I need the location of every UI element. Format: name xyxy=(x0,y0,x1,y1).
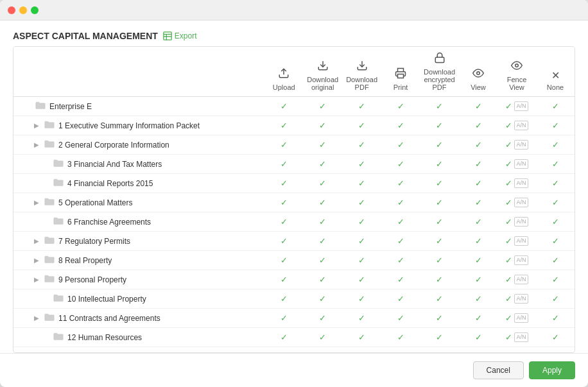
permission-cell-upload[interactable] xyxy=(264,116,303,135)
permission-cell-view[interactable] xyxy=(459,232,497,251)
permission-cell-download_pdf[interactable] xyxy=(342,212,381,232)
expand-button[interactable]: ▶ xyxy=(33,314,40,322)
permission-cell-download_pdf[interactable] xyxy=(342,155,381,174)
permission-cell-none[interactable] xyxy=(536,174,575,193)
permission-cell-none[interactable] xyxy=(536,328,575,347)
permission-cell-none[interactable] xyxy=(536,193,575,212)
permission-cell-download_original[interactable] xyxy=(303,251,342,270)
permission-cell-download_original[interactable] xyxy=(303,270,342,289)
permission-cell-view[interactable] xyxy=(459,328,497,347)
permission-cell-fence_view[interactable]: A/N xyxy=(497,251,536,270)
permission-cell-print[interactable] xyxy=(381,289,420,309)
permission-cell-none[interactable] xyxy=(536,289,575,309)
permission-cell-download_pdf[interactable] xyxy=(342,328,381,347)
permission-cell-view[interactable] xyxy=(459,251,497,270)
permission-cell-download_encrypted[interactable] xyxy=(420,155,459,174)
permission-cell-download_pdf[interactable] xyxy=(342,232,381,251)
permission-cell-print[interactable] xyxy=(381,193,420,212)
permission-cell-view[interactable] xyxy=(459,309,497,328)
permission-cell-download_pdf[interactable] xyxy=(342,193,381,212)
permission-cell-none[interactable] xyxy=(536,97,575,116)
permission-cell-none[interactable] xyxy=(536,232,575,251)
permission-cell-print[interactable] xyxy=(381,328,420,347)
permission-cell-fence_view[interactable]: A/N xyxy=(497,116,536,135)
permission-cell-download_pdf[interactable] xyxy=(342,270,381,289)
permission-cell-none[interactable] xyxy=(536,270,575,289)
permission-cell-fence_view[interactable]: A/N xyxy=(497,193,536,212)
permission-cell-view[interactable] xyxy=(459,116,497,135)
permission-cell-download_original[interactable] xyxy=(303,155,342,174)
permission-cell-fence_view[interactable]: A/N xyxy=(497,174,536,193)
permission-cell-fence_view[interactable]: A/N xyxy=(497,135,536,155)
permission-cell-print[interactable] xyxy=(381,155,420,174)
expand-button[interactable]: ▶ xyxy=(33,276,40,283)
permission-cell-none[interactable] xyxy=(536,309,575,328)
permission-cell-print[interactable] xyxy=(381,174,420,193)
permission-cell-download_encrypted[interactable] xyxy=(420,309,459,328)
permission-cell-none[interactable] xyxy=(536,135,575,155)
permission-cell-fence_view[interactable]: A/N xyxy=(497,309,536,328)
permission-cell-download_encrypted[interactable] xyxy=(420,97,459,116)
permission-cell-download_original[interactable] xyxy=(303,116,342,135)
permission-cell-view[interactable] xyxy=(459,155,497,174)
permission-cell-fence_view[interactable]: A/N xyxy=(497,155,536,174)
permission-cell-download_pdf[interactable] xyxy=(342,289,381,309)
expand-button[interactable]: ▶ xyxy=(33,199,40,206)
permission-cell-upload[interactable] xyxy=(264,155,303,174)
permission-cell-fence_view[interactable]: A/N xyxy=(497,212,536,232)
permission-cell-none[interactable] xyxy=(536,212,575,232)
expand-button[interactable]: ▶ xyxy=(33,257,40,264)
permission-cell-view[interactable] xyxy=(459,174,497,193)
permission-cell-upload[interactable] xyxy=(264,97,303,116)
permission-cell-upload[interactable] xyxy=(264,135,303,155)
permission-cell-download_original[interactable] xyxy=(303,97,342,116)
permission-cell-download_original[interactable] xyxy=(303,328,342,347)
permission-cell-print[interactable] xyxy=(381,97,420,116)
permission-cell-upload[interactable] xyxy=(264,251,303,270)
permission-cell-download_encrypted[interactable] xyxy=(420,116,459,135)
permission-cell-view[interactable] xyxy=(459,270,497,289)
permission-cell-download_original[interactable] xyxy=(303,135,342,155)
permissions-table-wrapper[interactable]: Upload Downloadoriginal xyxy=(13,46,575,353)
permission-cell-upload[interactable] xyxy=(264,328,303,347)
permission-cell-view[interactable] xyxy=(459,97,497,116)
permission-cell-none[interactable] xyxy=(536,155,575,174)
permission-cell-download_encrypted[interactable] xyxy=(420,174,459,193)
permission-cell-download_original[interactable] xyxy=(303,232,342,251)
permission-cell-download_pdf[interactable] xyxy=(342,97,381,116)
permission-cell-view[interactable] xyxy=(459,289,497,309)
permission-cell-fence_view[interactable]: A/N xyxy=(497,289,536,309)
permission-cell-fence_view[interactable]: A/N xyxy=(497,270,536,289)
permission-cell-print[interactable] xyxy=(381,212,420,232)
permission-cell-upload[interactable] xyxy=(264,193,303,212)
permission-cell-print[interactable] xyxy=(381,135,420,155)
permission-cell-download_pdf[interactable] xyxy=(342,174,381,193)
permission-cell-download_encrypted[interactable] xyxy=(420,270,459,289)
permission-cell-fence_view[interactable]: A/N xyxy=(497,328,536,347)
permission-cell-upload[interactable] xyxy=(264,174,303,193)
permission-cell-print[interactable] xyxy=(381,309,420,328)
minimize-dot[interactable] xyxy=(19,6,27,14)
expand-button[interactable]: ▶ xyxy=(33,122,40,129)
expand-button[interactable]: ▶ xyxy=(33,141,40,148)
cancel-button[interactable]: Cancel xyxy=(473,361,524,379)
permission-cell-print[interactable] xyxy=(381,251,420,270)
permission-cell-upload[interactable] xyxy=(264,270,303,289)
permission-cell-fence_view[interactable]: A/N xyxy=(497,97,536,116)
permission-cell-download_encrypted[interactable] xyxy=(420,289,459,309)
permission-cell-fence_view[interactable]: A/N xyxy=(497,232,536,251)
close-dot[interactable] xyxy=(8,6,15,14)
permission-cell-download_encrypted[interactable] xyxy=(420,328,459,347)
permission-cell-download_original[interactable] xyxy=(303,212,342,232)
permission-cell-download_encrypted[interactable] xyxy=(420,212,459,232)
permission-cell-upload[interactable] xyxy=(264,289,303,309)
permission-cell-download_pdf[interactable] xyxy=(342,135,381,155)
permission-cell-print[interactable] xyxy=(381,116,420,135)
permission-cell-download_encrypted[interactable] xyxy=(420,193,459,212)
expand-button[interactable]: ▶ xyxy=(33,237,40,245)
permission-cell-download_original[interactable] xyxy=(303,193,342,212)
permission-cell-none[interactable] xyxy=(536,116,575,135)
permission-cell-upload[interactable] xyxy=(264,309,303,328)
permission-cell-download_original[interactable] xyxy=(303,309,342,328)
permission-cell-none[interactable] xyxy=(536,251,575,270)
